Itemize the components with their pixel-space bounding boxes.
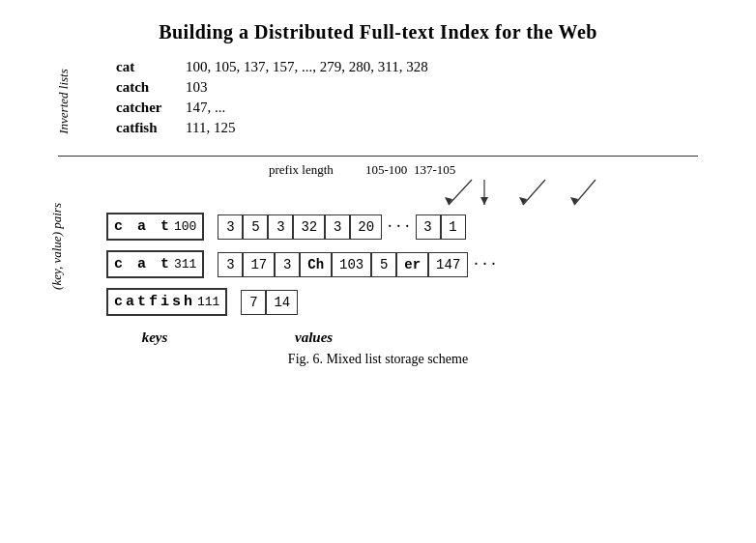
svg-line-6 [574, 180, 596, 205]
key-num-cat-100: 100 [174, 219, 196, 234]
inv-val-catfish: 111, 125 [186, 120, 235, 136]
svg-marker-3 [480, 197, 488, 205]
arrows-svg [431, 162, 644, 213]
inverted-lists-label-container: Inverted lists [58, 59, 97, 140]
svg-marker-5 [519, 197, 527, 205]
value-boxes-catfish-111: 7 14 [241, 290, 298, 315]
svg-line-4 [523, 180, 545, 205]
prefix-annotation: prefix length 105-100 137-105 [269, 162, 717, 213]
inverted-lists-label: Inverted lists [56, 69, 72, 134]
key-text-cat-100: c a t [114, 218, 172, 235]
val-cell: 5 [371, 252, 396, 277]
val-cell: 103 [332, 252, 371, 277]
key-text-cat-311: c a t [114, 256, 172, 272]
inv-val-cat: 100, 105, 137, 157, ..., 279, 280, 311, … [186, 59, 428, 75]
key-box-cat-100: c a t 100 [106, 213, 204, 241]
inverted-lists-section: Inverted lists cat 100, 105, 137, 157, .… [0, 59, 756, 148]
kv-row-catfish-111: catfish 111 7 14 [106, 288, 717, 316]
inv-val-catch: 103 [186, 79, 208, 96]
prefix-137-105: 137-105 [414, 162, 455, 178]
key-text-catfish-111: catfish [114, 294, 195, 310]
kv-content: prefix length 105-100 137-105 [97, 162, 717, 326]
key-box-cat-311: c a t 311 [106, 250, 204, 278]
inv-key-cat: cat [116, 59, 186, 75]
val-cell: 14 [266, 290, 298, 315]
val-cell: 3 [218, 214, 243, 240]
kv-pairs-section: (key, value) pairs prefix length 105-100… [0, 157, 756, 326]
ellipsis-end: · · · [474, 254, 496, 274]
val-cell: 3 [218, 252, 243, 277]
svg-marker-7 [570, 197, 578, 205]
values-label: values [295, 329, 333, 346]
value-boxes-cat-100: 3 5 3 32 3 20 · · · 3 1 [218, 214, 465, 240]
val-cell: 20 [350, 214, 382, 240]
figure-caption: Fig. 6. Mixed list storage scheme [0, 352, 756, 367]
val-cell: 5 [243, 214, 268, 240]
svg-marker-1 [445, 197, 452, 205]
key-num-cat-311: 311 [174, 257, 196, 272]
inv-key-catch: catch [116, 79, 186, 96]
inv-key-catfish: catfish [116, 120, 186, 136]
val-cell: 32 [293, 214, 325, 240]
value-boxes-cat-311: 3 17 3 Ch 103 5 er 147 · · · [218, 252, 501, 277]
val-cell: 3 [325, 214, 350, 240]
val-cell-bold: er [396, 252, 428, 277]
inverted-list-content: cat 100, 105, 137, 157, ..., 279, 280, 3… [97, 59, 698, 140]
prefix-length-label: prefix length [269, 162, 334, 178]
val-cell: 3 [416, 214, 441, 240]
inv-row-cat: cat 100, 105, 137, 157, ..., 279, 280, 3… [116, 59, 698, 75]
keys-label: keys [102, 329, 208, 346]
kv-label-container: (key, value) pairs [58, 162, 97, 326]
kv-row-cat-311: c a t 311 3 17 3 Ch 103 5 er 147 · · · [106, 250, 717, 278]
val-cell: 3 [275, 252, 300, 277]
kv-label: (key, value) pairs [49, 203, 65, 290]
prefix-105-100: 105-100 [365, 162, 407, 178]
val-cell: 7 [241, 290, 266, 315]
inv-val-catcher: 147, ... [186, 100, 225, 116]
val-cell: 3 [268, 214, 293, 240]
page-title: Building a Distributed Full-text Index f… [0, 0, 756, 59]
inv-row-catch: catch 103 [116, 79, 698, 96]
ellipsis-mid: · · · [388, 216, 410, 237]
val-cell-bold: Ch [300, 252, 332, 277]
inv-key-catcher: catcher [116, 100, 186, 116]
key-num-catfish-111: 111 [197, 295, 219, 309]
val-cell: 1 [441, 214, 466, 240]
svg-line-0 [449, 180, 472, 205]
key-box-catfish-111: catfish 111 [106, 288, 227, 316]
kv-row-cat-100: c a t 100 3 5 3 32 3 20 · · · 3 1 [106, 213, 717, 241]
val-cell: 147 [428, 252, 468, 277]
val-cell: 17 [243, 252, 275, 277]
inv-row-catcher: catcher 147, ... [116, 100, 698, 116]
inv-row-catfish: catfish 111, 125 [116, 120, 698, 136]
kv-labels-row: keys values [0, 329, 756, 346]
